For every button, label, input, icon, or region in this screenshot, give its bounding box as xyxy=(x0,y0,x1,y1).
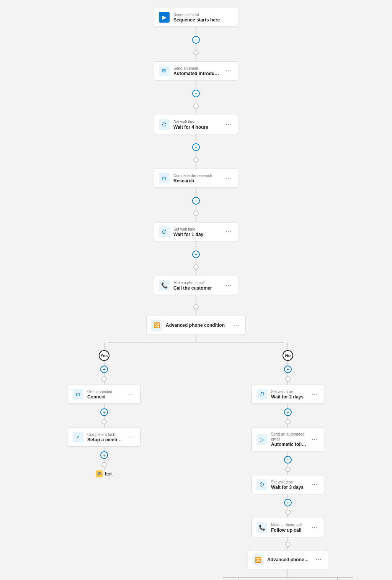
send-email-1-card: ✉ Send an email Automated introductory e… xyxy=(154,61,238,80)
add-btn-4[interactable]: + xyxy=(192,197,200,205)
auto-email-more[interactable]: ⋯ xyxy=(310,436,319,443)
no-branch-1: No + ⏱ Set wait time Wait for 2 days ⋯ xyxy=(246,342,330,580)
phone-call-2-more[interactable]: ⋯ xyxy=(310,524,319,531)
task-1-card: ✓ Complete a task Setup a meeting and mo… xyxy=(68,428,140,447)
sequence-start-label: Sequence start xyxy=(173,12,233,17)
wait-3-label: Set wait time xyxy=(271,389,306,394)
phone-call-1-label: Make a phone call xyxy=(173,280,220,285)
phone-call-1-content: Make a phone call Call the customer xyxy=(173,280,220,291)
task-1-content: Complete a task Setup a meeting and move… xyxy=(87,432,122,442)
condition-2-more[interactable]: ⋯ xyxy=(314,556,323,564)
line-2c xyxy=(196,109,196,115)
send-email-1-label: Send an email xyxy=(173,66,220,71)
wait-3-more[interactable]: ⋯ xyxy=(310,390,319,398)
add-btn-5[interactable]: + xyxy=(192,251,200,258)
phone-1-icon: 📞 xyxy=(159,280,170,291)
auto-email-icon: ▷ xyxy=(256,434,267,445)
exit-1-label: Exit xyxy=(105,471,113,477)
wait-2-more[interactable]: ⋯ xyxy=(224,228,233,236)
wait-1-more[interactable]: ⋯ xyxy=(224,121,233,128)
research-card: in Complete the research Research ⋯ xyxy=(154,169,238,188)
line-1 xyxy=(196,27,196,36)
add-no-1b[interactable]: + xyxy=(284,408,292,416)
circle-yes-1b xyxy=(101,419,107,424)
circle-2 xyxy=(193,103,199,109)
phone-call-1-title: Call the customer xyxy=(173,285,220,291)
line-2 xyxy=(196,80,196,90)
condition-2-title: Advanced phone condition xyxy=(267,557,310,562)
research-more[interactable]: ⋯ xyxy=(224,174,233,182)
wait-3-card: ⏱ Set wait time Wait for 2 days ⋯ xyxy=(252,385,324,404)
circle-no-1e xyxy=(285,542,291,547)
exit-1-icon: 🏁 xyxy=(96,470,103,477)
add-btn-3[interactable]: + xyxy=(192,143,200,151)
circle-no-1b xyxy=(285,419,291,424)
task-1-title: Setup a meeting and move to the next s..… xyxy=(87,437,122,442)
exit-1-node: 🏁 Exit xyxy=(96,470,113,477)
condition-2-icon: 🔀 xyxy=(253,554,263,565)
line-6b xyxy=(196,310,196,316)
add-yes-1c[interactable]: + xyxy=(100,451,108,459)
line-5 xyxy=(196,241,196,251)
add-no-1c[interactable]: + xyxy=(284,456,292,464)
yes-badge-1: Yes xyxy=(99,350,109,361)
wait-4-content: Set wait time Wait for 3 days xyxy=(271,480,306,490)
line-1c xyxy=(196,55,196,61)
condition-1-card: 🔀 Advanced phone condition ⋯ xyxy=(146,316,246,335)
line-2b xyxy=(196,97,196,103)
condition-1-icon: 🔀 xyxy=(151,320,162,331)
line-5b xyxy=(196,258,196,264)
task-1-label: Complete a task xyxy=(87,432,122,437)
task-1-more[interactable]: ⋯ xyxy=(126,433,136,441)
line-1b xyxy=(196,44,196,50)
wait-4-icon: ⏱ xyxy=(256,479,267,490)
connect-more[interactable]: ⋯ xyxy=(126,390,136,398)
sequence-start-icon: ▶ xyxy=(159,12,170,23)
add-no-1d[interactable]: + xyxy=(284,499,292,506)
line-6 xyxy=(196,295,196,304)
condition-2-content: Advanced phone condition xyxy=(267,557,310,562)
add-btn-2[interactable]: + xyxy=(192,90,200,97)
sequence-start-content: Sequence start Sequence starts here xyxy=(173,12,233,23)
research-label: Complete the research xyxy=(173,173,220,178)
wait-2-content: Set wait time Wait for 1 day xyxy=(173,227,220,237)
circle-4 xyxy=(193,211,199,216)
wait-1-title: Wait for 4 hours xyxy=(173,125,220,130)
add-yes-1[interactable]: + xyxy=(100,365,108,373)
line-3c xyxy=(196,162,196,169)
phone-call-2-title: Follow up call xyxy=(271,528,306,533)
condition-2-card: 🔀 Advanced phone condition ⋯ xyxy=(248,550,328,569)
connect-card: in Get connected Connect ⋯ xyxy=(68,385,140,404)
wait-3-content: Set wait time Wait for 2 days xyxy=(271,389,306,400)
line-4b xyxy=(196,205,196,211)
connect-content: Get connected Connect xyxy=(87,389,122,400)
conn-2: + xyxy=(192,80,200,115)
add-no-1[interactable]: + xyxy=(284,365,292,373)
add-btn-1[interactable]: + xyxy=(192,36,200,44)
add-yes-1b[interactable]: + xyxy=(100,408,108,416)
task-1-icon: ✓ xyxy=(73,432,83,442)
sequence-start-title: Sequence starts here xyxy=(173,17,233,23)
send-email-1-more[interactable]: ⋯ xyxy=(224,67,233,75)
condition-1-more[interactable]: ⋯ xyxy=(232,321,241,329)
phone-call-1-more[interactable]: ⋯ xyxy=(224,282,233,289)
circle-6 xyxy=(193,304,199,310)
connect-title: Connect xyxy=(87,394,122,400)
line-4 xyxy=(196,188,196,197)
wait-1-label: Set wait time xyxy=(173,120,220,125)
connect-icon: in xyxy=(73,389,83,400)
auto-email-card: ▷ Send an automated email Automatic foll… xyxy=(252,428,324,451)
line-3 xyxy=(196,134,196,143)
conn-3: + xyxy=(192,134,200,169)
auto-email-label: Send an automated email xyxy=(271,432,306,442)
wait-2-title: Wait for 1 day xyxy=(173,232,220,237)
circle-5 xyxy=(193,264,199,270)
send-email-1-content: Send an email Automated introductory ema… xyxy=(173,66,220,76)
research-content: Complete the research Research xyxy=(173,173,220,184)
yes-branch-1: Yes + in Get connected Connect ⋯ xyxy=(62,342,146,580)
circle-no-1d xyxy=(285,510,291,515)
wait-4-more[interactable]: ⋯ xyxy=(310,481,319,488)
circle-no-1 xyxy=(285,376,291,382)
wait-2-label: Set wait time xyxy=(173,227,220,232)
phone-call-1-card: 📞 Make a phone call Call the customer ⋯ xyxy=(154,276,238,295)
